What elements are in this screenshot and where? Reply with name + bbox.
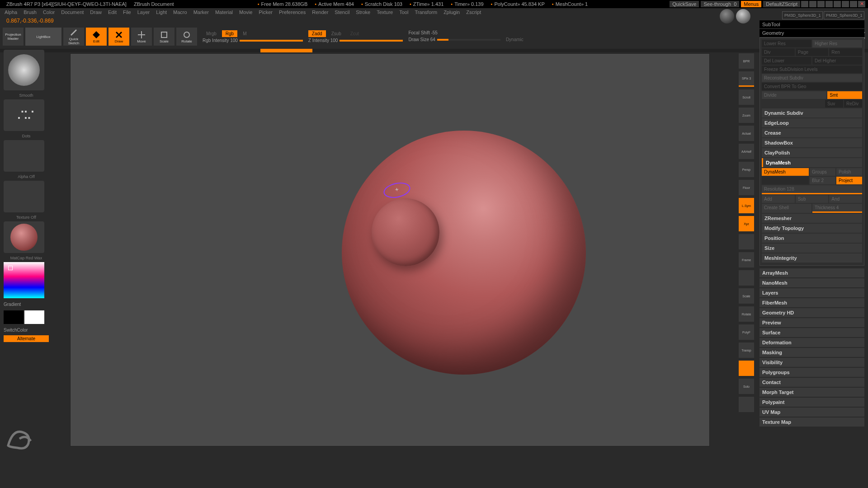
- menu-item[interactable]: Brush: [24, 9, 37, 15]
- zremesher-item[interactable]: ZRemesher: [762, 214, 862, 223]
- secondary-color-swatch[interactable]: [24, 310, 44, 324]
- modify-topology-item[interactable]: Modify Topology: [762, 224, 862, 233]
- viewport[interactable]: [70, 53, 710, 446]
- dynamesh-button[interactable]: DynaMesh: [762, 168, 809, 176]
- brush-thumb[interactable]: [4, 50, 44, 90]
- z-intensity-slider[interactable]: [340, 40, 403, 42]
- menu-item[interactable]: Preferences: [279, 9, 306, 15]
- alternate-button[interactable]: Alternate: [4, 335, 49, 342]
- rotate-rail-button[interactable]: Rotate: [739, 306, 754, 322]
- zcut-button[interactable]: Zcut: [347, 30, 363, 37]
- reconstruct-button[interactable]: Reconstruct Subdiv: [762, 74, 862, 82]
- panel-item[interactable]: NanoMesh: [760, 278, 864, 287]
- size-item[interactable]: Size: [762, 244, 862, 253]
- mrgb-button[interactable]: Mrgb: [203, 30, 220, 37]
- create-shell-button[interactable]: Create Shell: [762, 204, 811, 213]
- menu-item[interactable]: Zscript: [466, 9, 481, 15]
- window-icon[interactable]: [842, 1, 849, 7]
- menu-item[interactable]: Alpha: [5, 9, 17, 15]
- color-picker[interactable]: [4, 262, 44, 298]
- move-button[interactable]: Move: [131, 28, 152, 46]
- move-rail-button[interactable]: [739, 270, 754, 286]
- script-button[interactable]: DefaultZScript: [763, 1, 800, 7]
- alpha-thumb[interactable]: [4, 140, 44, 172]
- tool-thumb-icon[interactable]: [720, 9, 734, 23]
- crease-item[interactable]: Crease: [762, 128, 862, 137]
- freeze-subdiv-button[interactable]: Freeze SubDivision Levels: [762, 66, 862, 73]
- panel-item[interactable]: Geometry HD: [760, 308, 864, 317]
- panel-item[interactable]: Deformation: [760, 338, 864, 347]
- scale-button[interactable]: Scale: [154, 28, 175, 46]
- scroll-button[interactable]: Scroll: [739, 89, 754, 105]
- shelf-scrollbar[interactable]: [0, 49, 868, 52]
- menu-item[interactable]: Stroke: [356, 9, 370, 15]
- menu-item[interactable]: Document: [61, 9, 84, 15]
- polish-button[interactable]: Polish: [836, 168, 862, 176]
- actual-button[interactable]: Actual: [739, 126, 754, 141]
- meshintegrity-item[interactable]: MeshIntegrity: [762, 253, 862, 263]
- window-icon[interactable]: [801, 1, 808, 7]
- menu-item[interactable]: Movie: [239, 9, 252, 15]
- lower-res-button[interactable]: Lower Res: [762, 40, 811, 47]
- menu-item[interactable]: Color: [43, 9, 55, 15]
- floor-button[interactable]: Floor: [739, 180, 754, 195]
- gradient-label[interactable]: Gradient: [4, 302, 49, 307]
- menu-item[interactable]: Stencil: [335, 9, 349, 15]
- thickness-slider[interactable]: Thickness 4: [812, 204, 862, 213]
- and-button[interactable]: And: [829, 195, 862, 203]
- dynamesh-item[interactable]: DynaMesh: [762, 158, 862, 167]
- menu-item[interactable]: Layer: [137, 9, 150, 15]
- panel-item[interactable]: Texture Map: [760, 418, 864, 427]
- subtool-header[interactable]: SubTool: [760, 20, 864, 29]
- aahalf-button[interactable]: AAHalf: [739, 144, 754, 159]
- polyf-button[interactable]: PolyF: [739, 324, 754, 340]
- quicksketch-button[interactable]: Quick Sketch: [63, 28, 84, 46]
- zsub-button[interactable]: Zsub: [328, 30, 345, 37]
- shadowbox-item[interactable]: ShadowBox: [762, 138, 862, 147]
- panel-item[interactable]: Morph Target: [760, 388, 864, 397]
- frame-button[interactable]: Frame: [739, 252, 754, 267]
- groups-button[interactable]: Groups: [810, 168, 835, 176]
- rgb-intensity-slider[interactable]: [240, 40, 303, 42]
- bpr-button[interactable]: BPR: [739, 53, 754, 69]
- del-higher-button[interactable]: Del Higher: [812, 57, 862, 65]
- m-button[interactable]: M: [239, 30, 250, 37]
- rediv-button[interactable]: ReDiv: [844, 100, 862, 108]
- menu-item[interactable]: Edit: [108, 9, 117, 15]
- menu-item[interactable]: Draw: [90, 9, 102, 15]
- divide-button[interactable]: Divide: [762, 91, 826, 99]
- resolution-slider[interactable]: Resolution 128: [762, 185, 862, 194]
- menus-button[interactable]: Menus: [741, 1, 761, 7]
- stroke-thumb[interactable]: ∴∵: [4, 99, 44, 131]
- edit-button[interactable]: Edit: [86, 28, 107, 46]
- texture-thumb[interactable]: [4, 181, 44, 212]
- suv-button[interactable]: Suv: [825, 100, 843, 108]
- projection-master-button[interactable]: Projection Master: [3, 28, 24, 46]
- close-icon[interactable]: ✕: [858, 1, 865, 7]
- menu-item[interactable]: Macro: [173, 9, 187, 15]
- panel-item[interactable]: Polygroups: [760, 368, 864, 377]
- lsym-button[interactable]: L.Sym: [739, 198, 754, 213]
- menu-item[interactable]: Zplugin: [443, 9, 460, 15]
- tool-slot[interactable]: PM3D_Sphere3D_1: [824, 11, 864, 19]
- panel-item[interactable]: Contact: [760, 378, 864, 387]
- window-icon[interactable]: [826, 1, 833, 7]
- window-icon[interactable]: [850, 1, 857, 7]
- ghost-button[interactable]: [739, 361, 754, 376]
- menu-item[interactable]: Light: [156, 9, 167, 15]
- rail-button[interactable]: [739, 234, 754, 249]
- switchcolor-button[interactable]: SwitchColor: [4, 328, 49, 333]
- tool-thumb-icon[interactable]: [736, 9, 750, 23]
- geometry-header[interactable]: Geometry: [760, 29, 864, 38]
- menu-item[interactable]: Picker: [259, 9, 273, 15]
- xyz-button[interactable]: Xyz: [739, 216, 754, 231]
- primary-color-swatch[interactable]: [4, 310, 24, 324]
- menu-item[interactable]: Texture: [377, 9, 393, 15]
- material-thumb[interactable]: [4, 221, 44, 253]
- persp-button[interactable]: Persp: [739, 162, 754, 177]
- panel-item[interactable]: Polypaint: [760, 398, 864, 407]
- claypolish-item[interactable]: ClayPolish: [762, 148, 862, 157]
- panel-item[interactable]: Layers: [760, 288, 864, 297]
- panel-item[interactable]: Surface: [760, 328, 864, 337]
- dynamic-subdiv-item[interactable]: Dynamic Subdiv: [762, 108, 862, 117]
